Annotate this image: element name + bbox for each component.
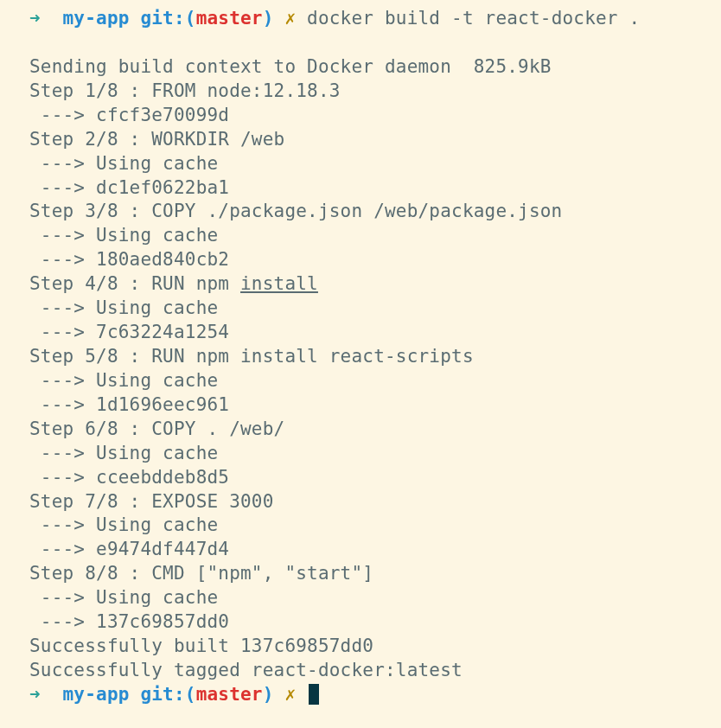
output-line: ---> 1d1696eec961 bbox=[29, 393, 692, 418]
output-line: ---> e9474df447d4 bbox=[29, 538, 692, 562]
prompt-line-2[interactable]: ➜ my-app git:(master) ✗ bbox=[29, 683, 692, 707]
output-line: Successfully tagged react-docker:latest bbox=[29, 659, 692, 683]
prompt-paren-close: ) bbox=[263, 8, 274, 29]
prompt-dir: my-app bbox=[63, 8, 130, 29]
output-line: Step 7/8 : EXPOSE 3000 bbox=[29, 490, 692, 514]
cursor-icon bbox=[309, 684, 319, 705]
dirty-icon: ✗ bbox=[284, 684, 296, 705]
prompt-paren-open: ( bbox=[185, 8, 196, 29]
prompt-paren-open: ( bbox=[185, 684, 196, 705]
prompt-paren-close: ) bbox=[263, 684, 274, 705]
output-line: Step 4/8 : RUN npm install bbox=[29, 272, 692, 297]
output-line: Sending build context to Docker daemon 8… bbox=[29, 55, 692, 80]
output-line: Step 5/8 : RUN npm install react-scripts bbox=[29, 345, 692, 369]
output-text: Step 4/8 : RUN npm bbox=[29, 273, 240, 294]
output-line: ---> Using cache bbox=[29, 297, 692, 321]
output-underlined: install bbox=[240, 273, 318, 294]
prompt-branch: master bbox=[196, 8, 263, 29]
output-line: ---> 7c63224a1254 bbox=[29, 321, 692, 345]
prompt-git-label: git: bbox=[140, 8, 184, 29]
output-line: ---> Using cache bbox=[29, 442, 692, 466]
output-line: ---> Using cache bbox=[29, 586, 692, 610]
output-line: ---> dc1ef0622ba1 bbox=[29, 176, 692, 201]
output-line: ---> cceebddeb8d5 bbox=[29, 466, 692, 490]
command-text: docker build -t react-docker . bbox=[307, 8, 640, 29]
dirty-icon: ✗ bbox=[284, 8, 296, 29]
output-line: Step 8/8 : CMD ["npm", "start"] bbox=[29, 562, 692, 586]
output-line: ---> cfcf3e70099d bbox=[29, 104, 692, 128]
output-line: Step 2/8 : WORKDIR /web bbox=[29, 128, 692, 152]
prompt-dir: my-app bbox=[63, 684, 130, 705]
prompt-arrow-icon: ➜ bbox=[29, 684, 41, 705]
prompt-branch: master bbox=[196, 684, 263, 705]
output-line: Successfully built 137c69857dd0 bbox=[29, 635, 692, 659]
output-line: ---> Using cache bbox=[29, 514, 692, 538]
blank-line bbox=[29, 31, 692, 55]
output-line: Step 1/8 : FROM node:12.18.3 bbox=[29, 80, 692, 104]
output-line: Step 3/8 : COPY ./package.json /web/pack… bbox=[29, 200, 692, 224]
prompt-line-1[interactable]: ➜ my-app git:(master) ✗ docker build -t … bbox=[29, 7, 692, 31]
prompt-arrow-icon: ➜ bbox=[29, 8, 41, 29]
output-line: ---> Using cache bbox=[29, 224, 692, 248]
prompt-git-label: git: bbox=[140, 684, 184, 705]
output-line: ---> 180aed840cb2 bbox=[29, 248, 692, 272]
output-line: ---> 137c69857dd0 bbox=[29, 610, 692, 635]
output-line: ---> Using cache bbox=[29, 152, 692, 176]
output-line: Step 6/8 : COPY . /web/ bbox=[29, 418, 692, 442]
output-line: ---> Using cache bbox=[29, 369, 692, 393]
